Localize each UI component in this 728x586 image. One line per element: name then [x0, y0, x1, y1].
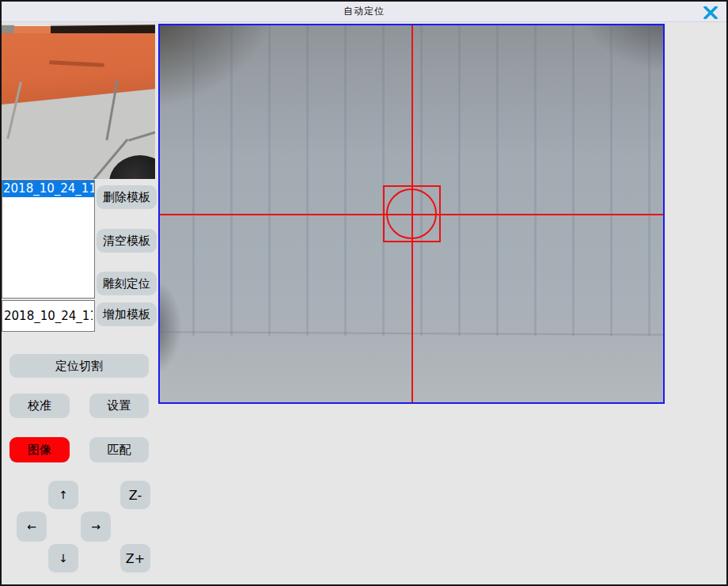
locate-cut-button[interactable]: 定位切割: [9, 354, 149, 378]
thumbnail-orange-beam: [2, 33, 155, 105]
template-listbox[interactable]: 2018_10_24_11: [2, 180, 95, 299]
jog-right-button[interactable]: →: [81, 512, 111, 542]
camera-view: [158, 24, 665, 404]
match-button[interactable]: 匹配: [89, 437, 149, 462]
template-name-input[interactable]: [2, 300, 95, 332]
title-bar: 自动定位: [2, 2, 726, 22]
settings-button[interactable]: 设置: [89, 394, 149, 418]
jog-down-button[interactable]: ↓: [48, 544, 78, 573]
calibrate-button[interactable]: 校准: [9, 394, 70, 418]
clear-templates-button[interactable]: 清空模板: [97, 229, 157, 253]
template-capture-circle: [386, 188, 437, 239]
image-button[interactable]: 图像: [9, 437, 70, 462]
template-thumbnail: [2, 24, 155, 179]
jog-z-minus-button[interactable]: Z-: [120, 481, 150, 509]
jog-z-plus-button[interactable]: Z+: [120, 544, 150, 573]
auto-locate-dialog: 自动定位 2018_10_24_11 删除模板 清空模板 雕刻定位 增加模板 定…: [0, 0, 728, 586]
engrave-locate-button[interactable]: 雕刻定位: [97, 272, 157, 295]
close-button[interactable]: [700, 4, 722, 21]
thumbnail-dark-object: [109, 155, 155, 179]
thumbnail-grout-line: [128, 131, 155, 142]
jog-left-button[interactable]: ←: [17, 512, 47, 542]
jog-up-button[interactable]: ↑: [48, 481, 78, 509]
page-title: 自动定位: [343, 5, 385, 18]
template-list-item[interactable]: 2018_10_24_11: [2, 181, 94, 197]
add-template-button[interactable]: 增加模板: [97, 303, 157, 326]
close-icon: [703, 6, 718, 19]
delete-template-button[interactable]: 删除模板: [97, 185, 157, 209]
